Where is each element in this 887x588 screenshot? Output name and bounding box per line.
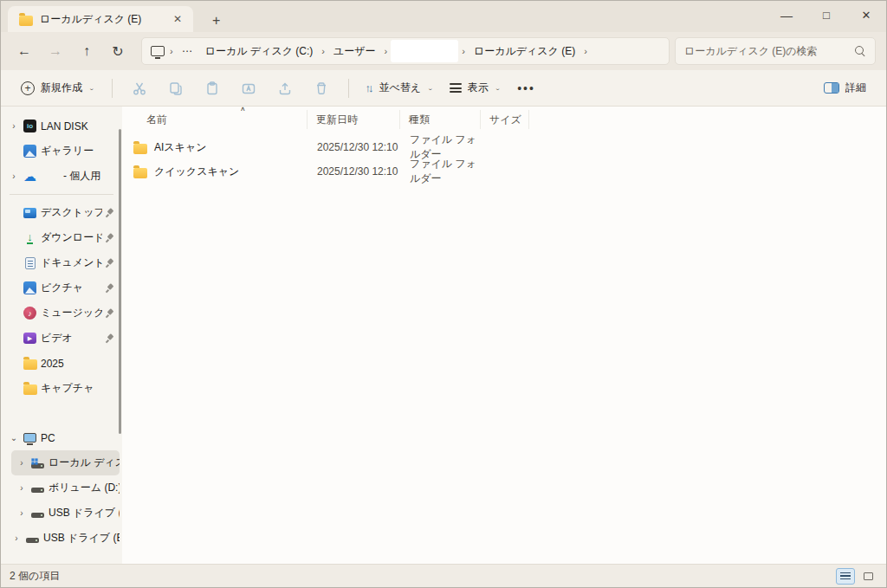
sidebar-item-2025[interactable]: 2025: [3, 351, 120, 376]
rename-button[interactable]: [230, 75, 267, 101]
share-icon: [277, 81, 293, 96]
onedrive-icon: ☁: [23, 169, 37, 184]
sidebar-item-label: ビデオ: [41, 331, 102, 346]
chevron-down-icon: ⌄: [495, 85, 502, 91]
pictures-icon: [23, 281, 37, 295]
up-button[interactable]: ↑: [72, 38, 101, 64]
sort-button[interactable]: ↑↓ 並べ替え ⌄: [358, 75, 442, 100]
navigation-pane: › io LAN DISK ギャラリー › ☁ - 個人用 デスクトップ: [1, 107, 122, 564]
main-area: › io LAN DISK ギャラリー › ☁ - 個人用 デスクトップ: [1, 107, 886, 564]
sidebar-item-label: ローカル ディスク: [49, 456, 120, 470]
sidebar-item-usb-drive-e-2[interactable]: › USB ドライブ (E:): [6, 526, 120, 551]
toolbar-separator: [348, 79, 349, 98]
breadcrumb[interactable]: › ⋯ ローカル ディスク (C:) › ユーザー › › ローカルディスク (…: [141, 37, 670, 65]
details-view-button[interactable]: [836, 568, 855, 585]
chevron-right-icon[interactable]: ›: [9, 171, 19, 181]
search-icon: [855, 46, 866, 57]
maximize-button[interactable]: □: [806, 1, 846, 30]
window-controls: — □ ✕: [767, 1, 886, 30]
minimize-button[interactable]: —: [767, 1, 806, 30]
breadcrumb-chevron-icon: ›: [383, 46, 390, 56]
breadcrumb-item-c-drive[interactable]: ローカル ディスク (C:): [200, 42, 319, 61]
column-header-size[interactable]: サイズ: [480, 110, 529, 129]
chevron-right-icon[interactable]: ›: [16, 458, 27, 468]
sidebar-item-videos[interactable]: ▶ ビデオ: [3, 326, 120, 351]
paste-button[interactable]: [194, 75, 230, 101]
file-date: 2025/12/30 12:10: [308, 136, 401, 158]
new-item-label: 新規作成: [41, 81, 82, 95]
downloads-icon: ↓: [23, 230, 37, 245]
breadcrumb-item-redacted[interactable]: [391, 40, 458, 62]
search-placeholder: ローカルディスク (E)の検索: [684, 44, 848, 59]
sidebar-item-label: ドキュメント: [41, 255, 102, 270]
forward-button[interactable]: →: [41, 38, 70, 64]
share-button[interactable]: [267, 75, 303, 101]
copy-button[interactable]: [158, 75, 194, 101]
explorer-window: ローカルディスク (E) ✕ + — □ ✕ ← → ↑ ↻ › ⋯ ローカル …: [0, 0, 887, 588]
chevron-down-icon[interactable]: ⌄: [9, 433, 19, 443]
sidebar-item-downloads[interactable]: ↓ ダウンロード: [3, 225, 120, 250]
file-date: 2025/12/30 12:10: [308, 160, 401, 183]
breadcrumb-ellipsis[interactable]: ⋯: [177, 42, 198, 60]
tab-close-icon[interactable]: ✕: [169, 12, 186, 26]
sidebar-item-volume-d[interactable]: › ボリューム (D:): [11, 475, 120, 501]
sidebar-item-desktop[interactable]: デスクトップ: [3, 200, 120, 225]
details-pane-button[interactable]: 詳細: [816, 75, 874, 100]
chevron-right-icon[interactable]: ›: [16, 483, 27, 493]
file-name: クイックスキャン: [154, 165, 239, 179]
new-item-button[interactable]: + 新規作成 ⌄: [13, 75, 103, 100]
details-view-icon: [840, 571, 851, 582]
desktop-icon: [23, 205, 37, 220]
sidebar-item-captures[interactable]: キャプチャ: [3, 376, 120, 401]
sidebar-item-label: USB ドライブ (E:): [49, 506, 120, 520]
view-lines-icon: [450, 81, 462, 95]
back-button[interactable]: ←: [10, 38, 39, 64]
details-pane-icon: [824, 82, 839, 94]
file-row-quick-scan[interactable]: クイックスキャン 2025/12/30 12:10 ファイル フォルダー: [124, 160, 884, 183]
cut-button[interactable]: [121, 75, 158, 101]
chevron-right-icon[interactable]: ›: [9, 121, 19, 131]
sidebar-item-pictures[interactable]: ピクチャ: [3, 275, 120, 300]
column-header-name[interactable]: 名前: [122, 113, 307, 127]
close-button[interactable]: ✕: [846, 1, 886, 30]
sidebar-scrollbar[interactable]: [119, 129, 121, 434]
refresh-button[interactable]: ↻: [103, 38, 133, 64]
delete-button[interactable]: [303, 75, 340, 101]
column-header-type[interactable]: 種類: [399, 110, 480, 129]
large-icons-view-button[interactable]: [858, 568, 877, 585]
new-tab-button[interactable]: +: [205, 13, 227, 32]
tab-local-disk-e[interactable]: ローカルディスク (E) ✕: [8, 6, 193, 32]
breadcrumb-item-local-disk-e[interactable]: ローカルディスク (E): [469, 42, 580, 61]
sidebar-item-lan-disk[interactable]: › io LAN DISK: [3, 113, 120, 139]
chevron-right-icon[interactable]: ›: [11, 533, 22, 543]
sidebar-item-pc[interactable]: ⌄ PC: [3, 425, 120, 450]
file-row-ai-scan[interactable]: AIスキャン 2025/12/30 12:10 ファイル フォルダー: [124, 136, 884, 158]
pin-icon: [106, 259, 114, 268]
sidebar-item-usb-drive-e[interactable]: › USB ドライブ (E:): [11, 501, 120, 526]
this-pc-icon[interactable]: [151, 46, 165, 56]
sidebar-item-label: ギャラリー: [41, 144, 120, 158]
sidebar-item-onedrive-personal[interactable]: › ☁ - 個人用: [3, 164, 120, 189]
chevron-right-icon[interactable]: ›: [16, 508, 27, 518]
sidebar-item-music[interactable]: ♪ ミュージック: [3, 300, 120, 326]
folder-icon: [18, 12, 33, 27]
column-header-date[interactable]: 更新日時: [307, 110, 399, 129]
more-options-button[interactable]: •••: [508, 78, 544, 99]
view-button[interactable]: 表示 ⌄: [442, 75, 509, 100]
command-toolbar: + 新規作成 ⌄ ↑↓ 並べ替え ⌄ 表示: [1, 70, 886, 107]
sidebar-item-documents[interactable]: ドキュメント: [3, 250, 120, 275]
sidebar-item-gallery[interactable]: ギャラリー: [3, 139, 120, 164]
chevron-down-icon: ⌄: [427, 85, 434, 91]
breadcrumb-item-users[interactable]: ユーザー: [328, 42, 381, 61]
drive-icon: [30, 506, 45, 520]
sidebar-item-local-disk[interactable]: › ローカル ディスク: [11, 450, 120, 475]
cut-icon: [132, 81, 147, 96]
videos-icon: ▶: [23, 331, 37, 346]
sidebar-item-label: - 個人用: [41, 169, 120, 184]
sidebar-item-label: ミュージック: [41, 306, 102, 320]
pc-icon: [23, 430, 37, 445]
drive-icon: [30, 481, 45, 495]
large-icons-view-icon: [864, 572, 873, 580]
search-input[interactable]: ローカルディスク (E)の検索: [675, 37, 876, 65]
file-list: ∧ 名前 更新日時 種類 サイズ AIスキャン 2025/12/30 12:10…: [122, 107, 886, 564]
